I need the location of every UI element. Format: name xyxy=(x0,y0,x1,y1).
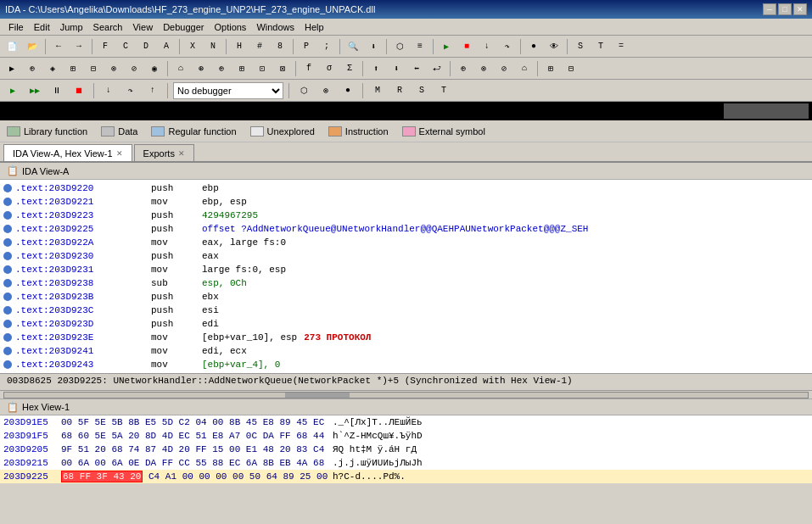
r2-btn25[interactable]: ⌂ xyxy=(515,60,534,77)
tab-1[interactable]: Exports ✕ xyxy=(134,144,194,161)
dec-btn[interactable]: # xyxy=(250,38,269,55)
tab-0[interactable]: IDA View-A, Hex View-1 ✕ xyxy=(3,144,132,161)
r2-btn1[interactable]: ▶ xyxy=(3,60,21,77)
asm-line[interactable]: .text:203D9220pushebp xyxy=(0,181,812,195)
asm-line[interactable]: .text:203D922Amoveax, large fs:0 xyxy=(0,236,812,249)
patch-btn[interactable]: P xyxy=(297,38,316,55)
asm-line[interactable]: .text:203D9231movlarge fs:0, esp xyxy=(0,263,812,276)
asm-line[interactable]: .text:203D9243mov[ebp+var_4], 0 xyxy=(0,358,812,371)
hex-btn[interactable]: H xyxy=(230,38,249,55)
bp-btn[interactable]: ● xyxy=(524,38,543,55)
r2-btn5[interactable]: ⊟ xyxy=(84,60,103,77)
minimize-button[interactable]: ─ xyxy=(763,3,776,15)
detach-icon[interactable]: ⊗ xyxy=(316,82,335,99)
r2-btn16[interactable]: σ xyxy=(320,60,339,77)
import-btn[interactable]: ⬇ xyxy=(364,38,383,55)
menu-item-file[interactable]: File xyxy=(3,21,29,33)
name-btn[interactable]: N xyxy=(204,38,222,55)
r2-btn4[interactable]: ⊞ xyxy=(64,60,82,77)
hex-line[interactable]: 203D91E5 00 5F 5E 5B 8B E5 5D C2 04 00 8… xyxy=(0,415,812,429)
r2-btn11[interactable]: ⊕ xyxy=(212,60,231,77)
r2-btn23[interactable]: ⊗ xyxy=(474,60,493,77)
asm-line[interactable]: .text:203D923Emov[ebp+var_10], esp273 ПР… xyxy=(0,331,812,344)
forward-btn[interactable]: → xyxy=(70,38,88,55)
pause-icon[interactable]: ⏸ xyxy=(48,82,66,99)
open-btn[interactable]: 📂 xyxy=(23,38,42,55)
back-btn[interactable]: ← xyxy=(49,38,68,55)
comment-btn[interactable]: ; xyxy=(317,38,336,55)
hex-line[interactable]: 203D9215 00 6A 00 6A 0E DA FF CC 55 88 E… xyxy=(0,456,812,470)
stop-icon[interactable]: ⏹ xyxy=(70,82,88,99)
attach-icon[interactable]: ⬡ xyxy=(294,82,313,99)
stop-btn[interactable]: ■ xyxy=(457,38,476,55)
r2-btn10[interactable]: ⊛ xyxy=(192,60,210,77)
r2-btn2[interactable]: ⊕ xyxy=(23,60,42,77)
r2-btn22[interactable]: ⊕ xyxy=(454,60,473,77)
hex-line[interactable]: 203D9225 68 FF 3F 43 20 C4 A1 00 00 00 0… xyxy=(0,470,812,483)
mem-icon[interactable]: M xyxy=(368,82,387,99)
r2-btn3[interactable]: ◈ xyxy=(43,60,62,77)
r2-btn9[interactable]: ⌂ xyxy=(171,60,190,77)
asm-line[interactable]: .text:203D923Cpushesi xyxy=(0,304,812,317)
menu-item-view[interactable]: View xyxy=(127,21,158,33)
asm-line[interactable]: .text:203D9241movedi, ecx xyxy=(0,344,812,358)
r2-btn17[interactable]: Σ xyxy=(340,60,359,77)
r2-btn20[interactable]: ⬅ xyxy=(407,60,426,77)
r2-btn7[interactable]: ⊘ xyxy=(125,60,143,77)
hex-line[interactable]: 203D9205 9F 51 20 68 74 87 4D 20 FF 15 0… xyxy=(0,443,812,456)
watch-btn[interactable]: 👁 xyxy=(545,38,563,55)
r2-btn13[interactable]: ⊡ xyxy=(253,60,272,77)
search-btn[interactable]: 🔍 xyxy=(344,38,362,55)
ida-content[interactable]: .text:203D9220pushebp.text:203D9221moveb… xyxy=(0,180,812,373)
asm-line[interactable]: .text:203D9230pusheax xyxy=(0,249,812,263)
menu-item-windows[interactable]: Windows xyxy=(251,21,300,33)
step-over-icon[interactable]: ↷ xyxy=(121,82,140,99)
code-btn[interactable]: C xyxy=(116,38,135,55)
new-btn[interactable]: 📄 xyxy=(3,38,21,55)
menu-item-help[interactable]: Help xyxy=(300,21,329,33)
hex-content[interactable]: 203D91E5 00 5F 5E 5B 8B E5 5D C2 04 00 8… xyxy=(0,415,812,483)
r2-btn27[interactable]: ⊟ xyxy=(562,60,580,77)
menu-item-search[interactable]: Search xyxy=(88,21,128,33)
search-input[interactable] xyxy=(724,103,809,119)
tab-close-btn[interactable]: ✕ xyxy=(178,149,185,158)
tab-close-btn[interactable]: ✕ xyxy=(116,149,123,158)
func-btn[interactable]: F xyxy=(96,38,115,55)
step-out-icon[interactable]: ↑ xyxy=(143,82,162,99)
sig-btn[interactable]: S xyxy=(571,38,590,55)
ascii-btn[interactable]: A xyxy=(157,38,176,55)
hscroll-thumb[interactable] xyxy=(285,393,350,398)
r2-btn6[interactable]: ⊗ xyxy=(104,60,123,77)
run-btn[interactable]: ▶ xyxy=(437,38,456,55)
asm-line[interactable]: .text:203D9223push4294967295 xyxy=(0,209,812,222)
list-btn[interactable]: ≡ xyxy=(411,38,429,55)
calc-btn[interactable]: = xyxy=(612,38,630,55)
type-btn[interactable]: T xyxy=(591,38,610,55)
asm-line[interactable]: .text:203D9238subesp, 0Ch xyxy=(0,276,812,290)
stack-icon[interactable]: S xyxy=(412,82,431,99)
r2-btn19[interactable]: ⬇ xyxy=(387,60,406,77)
menu-item-jump[interactable]: Jump xyxy=(55,21,88,33)
reg-icon[interactable]: R xyxy=(390,82,409,99)
hex-line[interactable]: 203D91F5 68 60 5E 5A 20 8D 4D EC 51 E8 A… xyxy=(0,429,812,443)
r2-btn14[interactable]: ⊠ xyxy=(273,60,292,77)
asm-line[interactable]: .text:203D9225pushoffset ?AddNetworkQueu… xyxy=(0,222,812,236)
address-input[interactable] xyxy=(3,103,361,119)
r2-btn8[interactable]: ◉ xyxy=(145,60,164,77)
data-btn[interactable]: D xyxy=(137,38,155,55)
menu-item-debugger[interactable]: Debugger xyxy=(158,21,209,33)
menu-item-edit[interactable]: Edit xyxy=(29,21,55,33)
asm-line[interactable]: .text:203D9221movebp, esp xyxy=(0,195,812,209)
debugger-select[interactable]: No debugger xyxy=(173,82,283,99)
r2-btn15[interactable]: f xyxy=(300,60,318,77)
play2-icon[interactable]: ▶▶ xyxy=(25,82,44,99)
r2-btn24[interactable]: ⊘ xyxy=(495,60,513,77)
menu-item-options[interactable]: Options xyxy=(209,21,251,33)
play-icon[interactable]: ▶ xyxy=(3,82,22,99)
oct-btn[interactable]: 8 xyxy=(271,38,289,55)
bp-toggle-icon[interactable]: ● xyxy=(339,82,357,99)
step-btn[interactable]: ↓ xyxy=(478,38,496,55)
scroll-area[interactable] xyxy=(0,390,812,399)
asm-line[interactable]: .text:203D923Dpushedi xyxy=(0,317,812,331)
over-btn[interactable]: ↷ xyxy=(498,38,517,55)
